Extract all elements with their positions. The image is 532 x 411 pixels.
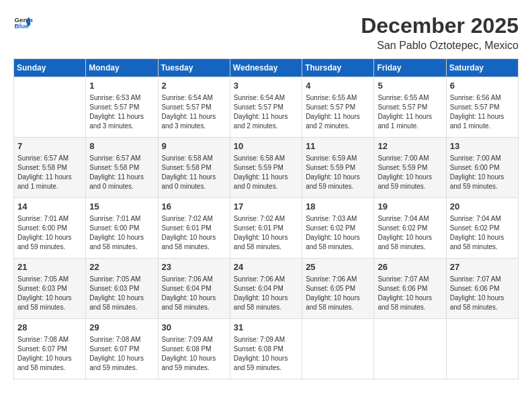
calendar-cell: 2Sunrise: 6:54 AMSunset: 5:57 PMDaylight…	[158, 77, 230, 138]
day-info: Sunrise: 7:03 AMSunset: 6:02 PMDaylight:…	[306, 214, 370, 252]
day-info: Sunrise: 7:07 AMSunset: 6:06 PMDaylight:…	[378, 275, 442, 312]
day-info: Sunrise: 7:06 AMSunset: 6:05 PMDaylight:…	[306, 275, 370, 312]
day-number: 11	[306, 140, 370, 152]
day-number: 3	[234, 80, 298, 92]
col-thursday: Thursday	[302, 59, 374, 77]
calendar-table: Sunday Monday Tuesday Wednesday Thursday…	[13, 58, 519, 379]
day-info: Sunrise: 6:58 AMSunset: 5:58 PMDaylight:…	[162, 154, 226, 191]
calendar-week-5: 28Sunrise: 7:08 AMSunset: 6:07 PMDayligh…	[14, 319, 519, 379]
calendar-cell: 6Sunrise: 6:56 AMSunset: 5:57 PMDaylight…	[446, 77, 518, 138]
day-info: Sunrise: 7:09 AMSunset: 6:08 PMDaylight:…	[234, 335, 298, 373]
calendar-cell: 1Sunrise: 6:53 AMSunset: 5:57 PMDaylight…	[86, 77, 158, 138]
col-sunday: Sunday	[14, 59, 86, 77]
day-number: 14	[17, 201, 82, 213]
day-info: Sunrise: 7:04 AMSunset: 6:02 PMDaylight:…	[378, 214, 442, 252]
day-number: 17	[234, 201, 298, 213]
day-info: Sunrise: 7:05 AMSunset: 6:03 PMDaylight:…	[17, 275, 82, 312]
day-info: Sunrise: 6:53 AMSunset: 5:57 PMDaylight:…	[89, 93, 154, 131]
calendar-cell: 17Sunrise: 7:02 AMSunset: 6:01 PMDayligh…	[230, 198, 302, 259]
day-number: 4	[306, 80, 370, 92]
calendar-cell: 28Sunrise: 7:08 AMSunset: 6:07 PMDayligh…	[14, 319, 86, 379]
day-info: Sunrise: 7:02 AMSunset: 6:01 PMDaylight:…	[234, 214, 298, 252]
day-number: 9	[162, 140, 226, 152]
calendar-cell: 3Sunrise: 6:54 AMSunset: 5:57 PMDaylight…	[230, 77, 302, 138]
day-number: 8	[89, 140, 154, 152]
calendar-cell: 19Sunrise: 7:04 AMSunset: 6:02 PMDayligh…	[374, 198, 446, 259]
calendar-week-3: 14Sunrise: 7:01 AMSunset: 6:00 PMDayligh…	[14, 198, 519, 259]
day-info: Sunrise: 6:57 AMSunset: 5:58 PMDaylight:…	[17, 154, 82, 191]
day-info: Sunrise: 7:06 AMSunset: 6:04 PMDaylight:…	[162, 275, 226, 312]
location-title: San Pablo Oztotepec, Mexico	[361, 40, 519, 52]
calendar-cell: 18Sunrise: 7:03 AMSunset: 6:02 PMDayligh…	[302, 198, 374, 259]
day-info: Sunrise: 6:58 AMSunset: 5:59 PMDaylight:…	[234, 154, 298, 191]
day-number: 23	[162, 261, 226, 273]
calendar-cell: 27Sunrise: 7:07 AMSunset: 6:06 PMDayligh…	[446, 259, 518, 319]
calendar-cell: 14Sunrise: 7:01 AMSunset: 6:00 PMDayligh…	[14, 198, 86, 259]
day-info: Sunrise: 7:01 AMSunset: 6:00 PMDaylight:…	[89, 214, 154, 252]
day-number: 26	[378, 261, 442, 273]
day-number: 20	[450, 201, 515, 213]
col-wednesday: Wednesday	[230, 59, 302, 77]
day-info: Sunrise: 7:04 AMSunset: 6:02 PMDaylight:…	[450, 214, 515, 252]
day-number: 10	[234, 140, 298, 152]
day-info: Sunrise: 7:08 AMSunset: 6:07 PMDaylight:…	[17, 335, 82, 373]
calendar-cell: 13Sunrise: 7:00 AMSunset: 6:00 PMDayligh…	[446, 138, 518, 198]
calendar-cell: 4Sunrise: 6:55 AMSunset: 5:57 PMDaylight…	[302, 77, 374, 138]
day-info: Sunrise: 6:54 AMSunset: 5:57 PMDaylight:…	[162, 93, 226, 131]
title-area: December 2025 San Pablo Oztotepec, Mexic…	[361, 13, 519, 52]
day-number: 5	[378, 80, 442, 92]
calendar-cell	[374, 319, 446, 379]
day-number: 27	[450, 261, 515, 273]
col-monday: Monday	[86, 59, 158, 77]
calendar-cell: 7Sunrise: 6:57 AMSunset: 5:58 PMDaylight…	[14, 138, 86, 198]
day-number: 7	[17, 140, 82, 152]
calendar-cell: 24Sunrise: 7:06 AMSunset: 6:04 PMDayligh…	[230, 259, 302, 319]
calendar-cell: 16Sunrise: 7:02 AMSunset: 6:01 PMDayligh…	[158, 198, 230, 259]
day-info: Sunrise: 6:54 AMSunset: 5:57 PMDaylight:…	[234, 93, 298, 131]
calendar-week-1: 1Sunrise: 6:53 AMSunset: 5:57 PMDaylight…	[14, 77, 519, 138]
logo-icon: General Blue	[13, 13, 32, 32]
day-number: 29	[89, 322, 154, 334]
calendar-week-2: 7Sunrise: 6:57 AMSunset: 5:58 PMDaylight…	[14, 138, 519, 198]
day-number: 6	[450, 80, 515, 92]
day-number: 25	[306, 261, 370, 273]
day-number: 31	[234, 322, 298, 334]
calendar-cell: 20Sunrise: 7:04 AMSunset: 6:02 PMDayligh…	[446, 198, 518, 259]
calendar-cell: 30Sunrise: 7:09 AMSunset: 6:08 PMDayligh…	[158, 319, 230, 379]
calendar-cell: 10Sunrise: 6:58 AMSunset: 5:59 PMDayligh…	[230, 138, 302, 198]
col-saturday: Saturday	[446, 59, 518, 77]
calendar-cell: 22Sunrise: 7:05 AMSunset: 6:03 PMDayligh…	[86, 259, 158, 319]
day-number: 22	[89, 261, 154, 273]
day-number: 16	[162, 201, 226, 213]
calendar-cell: 23Sunrise: 7:06 AMSunset: 6:04 PMDayligh…	[158, 259, 230, 319]
calendar-cell: 29Sunrise: 7:08 AMSunset: 6:07 PMDayligh…	[86, 319, 158, 379]
day-info: Sunrise: 6:57 AMSunset: 5:58 PMDaylight:…	[89, 154, 154, 191]
day-info: Sunrise: 6:55 AMSunset: 5:57 PMDaylight:…	[378, 93, 442, 131]
day-number: 18	[306, 201, 370, 213]
day-number: 2	[162, 80, 226, 92]
calendar-cell: 25Sunrise: 7:06 AMSunset: 6:05 PMDayligh…	[302, 259, 374, 319]
day-number: 24	[234, 261, 298, 273]
calendar-cell: 21Sunrise: 7:05 AMSunset: 6:03 PMDayligh…	[14, 259, 86, 319]
day-info: Sunrise: 7:09 AMSunset: 6:08 PMDaylight:…	[162, 335, 226, 373]
day-number: 28	[17, 322, 82, 334]
day-info: Sunrise: 6:55 AMSunset: 5:57 PMDaylight:…	[306, 93, 370, 131]
calendar-cell	[446, 319, 518, 379]
day-info: Sunrise: 7:05 AMSunset: 6:03 PMDaylight:…	[89, 275, 154, 312]
day-info: Sunrise: 7:08 AMSunset: 6:07 PMDaylight:…	[89, 335, 154, 373]
day-info: Sunrise: 7:06 AMSunset: 6:04 PMDaylight:…	[234, 275, 298, 312]
day-number: 30	[162, 322, 226, 334]
calendar-cell: 31Sunrise: 7:09 AMSunset: 6:08 PMDayligh…	[230, 319, 302, 379]
day-number: 19	[378, 201, 442, 213]
day-info: Sunrise: 7:00 AMSunset: 5:59 PMDaylight:…	[378, 154, 442, 191]
calendar-week-4: 21Sunrise: 7:05 AMSunset: 6:03 PMDayligh…	[14, 259, 519, 319]
day-info: Sunrise: 6:56 AMSunset: 5:57 PMDaylight:…	[450, 93, 515, 131]
calendar-cell	[302, 319, 374, 379]
month-title: December 2025	[361, 13, 519, 38]
day-info: Sunrise: 7:02 AMSunset: 6:01 PMDaylight:…	[162, 214, 226, 252]
page-header: General Blue December 2025 San Pablo Ozt…	[13, 13, 519, 52]
calendar-cell: 12Sunrise: 7:00 AMSunset: 5:59 PMDayligh…	[374, 138, 446, 198]
calendar-cell: 11Sunrise: 6:59 AMSunset: 5:59 PMDayligh…	[302, 138, 374, 198]
day-info: Sunrise: 6:59 AMSunset: 5:59 PMDaylight:…	[306, 154, 370, 191]
calendar-cell: 26Sunrise: 7:07 AMSunset: 6:06 PMDayligh…	[374, 259, 446, 319]
